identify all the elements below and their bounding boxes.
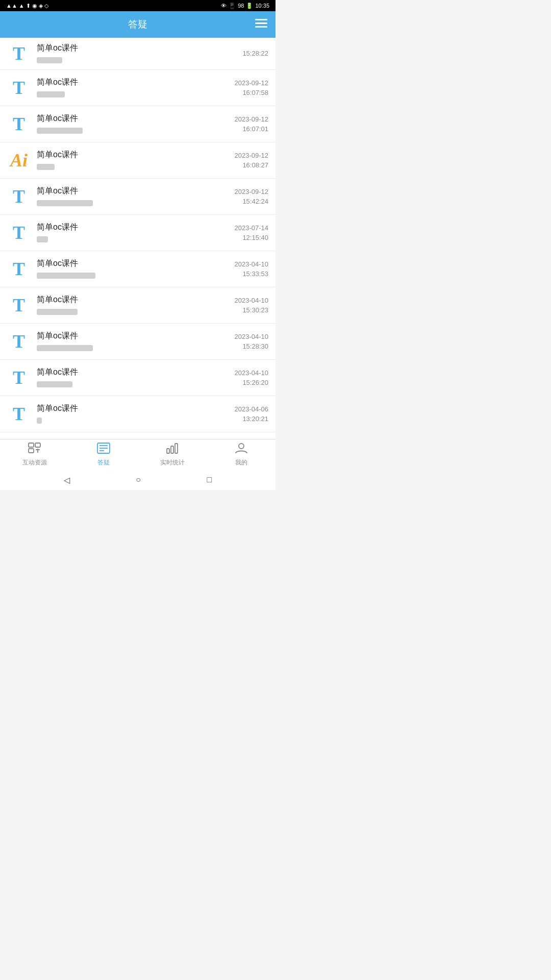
wifi-icon: ▲ [19,3,24,9]
app-icon-1: ◉ [32,3,37,9]
item-content: 简单oc课件 [37,258,231,280]
type-icon-t: T [7,366,31,389]
header: 答疑 [0,11,276,38]
type-icon-t: T [7,330,31,353]
item-title: 简单oc课件 [37,222,231,233]
item-title: 简单oc课件 [37,367,231,378]
nav-item-dayi[interactable]: 答疑 [69,439,138,470]
item-title: 简单oc课件 [37,331,231,341]
type-icon-t: T [7,293,31,317]
item-subtitle-blur [37,381,72,387]
list-item[interactable]: T 简单oc课件 2023-04-10 15:28:30 [0,324,276,360]
item-date: 2023-09-12 [235,78,269,88]
item-time-val: 13:20:21 [235,414,269,424]
dayi-icon [97,443,110,457]
clock: 10:35 [255,3,269,9]
nav-item-hudong[interactable]: 互动资源 [0,439,69,470]
item-datetime: 2023-09-12 16:08:27 [235,151,269,170]
list-item[interactable]: T 简单oc课件 2023-04-10 15:30:23 [0,287,276,324]
item-content: 简单oc课件 [37,77,231,99]
item-time-val: 15:26:20 [235,378,269,388]
item-datetime: 2023-04-10 15:26:20 [235,368,269,388]
app-icon-3: ◇ [44,3,48,9]
usb-icon: ⬆ [26,3,31,9]
item-subtitle-blur [37,236,48,242]
nav-label-dayi: 答疑 [97,458,110,467]
wo-icon [235,443,248,457]
item-datetime: 2023-09-12 16:07:01 [235,114,269,134]
status-bar: ▲▲ ▲ ⬆ ◉ ◈ ◇ 👁 📱 98 🔋 10:35 [0,0,276,11]
type-icon-ai: Ai [7,149,31,172]
item-time-val: 15:33:53 [235,269,269,279]
item-subtitle-blur [37,164,55,170]
type-icon-t: T [7,221,31,244]
item-date: 2023-04-10 [235,259,269,270]
svg-rect-5 [29,449,34,453]
item-title: 简单oc课件 [37,258,231,269]
item-date: 2023-04-06 [235,404,269,414]
item-time-val: 15:28:30 [235,341,269,352]
list-item[interactable]: T 简单oc课件 2023-04-06 13:20:21 [0,396,276,432]
tongji-icon [166,443,179,457]
home-button[interactable]: ○ [136,475,141,484]
svg-rect-12 [175,444,178,453]
app-icon-2: ◈ [39,3,43,9]
item-title: 简单oc课件 [37,43,238,54]
item-time-val: 12:15:40 [235,233,269,243]
item-datetime: 2023-07-14 12:15:40 [235,223,269,243]
type-icon-t: T [7,76,31,100]
recent-button[interactable]: □ [207,475,212,484]
bottom-nav: 互动资源 答疑 实时统计 我的 [0,439,276,470]
item-subtitle-blur [37,273,95,279]
item-content: 简单oc课件 [37,222,231,244]
item-datetime: 2023-04-10 15:28:30 [235,332,269,352]
item-date: 2023-07-14 [235,223,269,233]
list-item[interactable]: T 简单oc课件 2023-09-12 15:42:24 [0,179,276,215]
status-left: ▲▲ ▲ ⬆ ◉ ◈ ◇ [6,3,48,9]
hudong-icon [28,443,41,457]
svg-rect-4 [35,443,40,447]
type-icon-t: T [7,402,31,426]
system-nav-bar: ◁ ○ □ [0,470,276,490]
battery-level: 98 [238,3,244,9]
item-subtitle-blur [37,200,93,206]
list-item[interactable]: Ai 简单oc课件 2023-09-12 16:08:27 [0,142,276,179]
item-date: 2023-04-10 [235,368,269,378]
svg-rect-2 [255,26,267,28]
back-button[interactable]: ◁ [64,475,70,485]
nav-item-tongji[interactable]: 实时统计 [138,439,207,470]
item-subtitle-blur [37,345,93,351]
item-date: 2023-09-12 [235,187,269,197]
item-time-val: 16:07:01 [235,124,269,134]
item-subtitle-blur [37,57,62,63]
item-datetime: 2023-04-06 13:20:21 [235,404,269,424]
item-title: 简单oc课件 [37,403,231,414]
item-content: 简单oc课件 [37,367,231,389]
nav-item-wo[interactable]: 我的 [207,439,276,470]
list-item[interactable]: T 简单oc课件 2023-04-10 15:26:20 [0,360,276,396]
item-content: 简单oc课件 [37,150,231,172]
list-item[interactable]: T 简单oc课件 2023-04-10 15:33:53 [0,251,276,287]
type-icon-t: T [7,185,31,208]
type-icon-t: T [7,112,31,136]
item-time-val: 15:30:23 [235,305,269,315]
item-content: 简单oc课件 [37,113,231,135]
signal-icon: ▲▲ [6,3,17,9]
menu-button[interactable] [255,19,267,31]
svg-rect-10 [167,449,169,453]
list-item[interactable]: T 简单oc课件 2023-09-12 16:07:01 [0,106,276,142]
list-item[interactable]: T 简单oc课件 15:28:22 [0,38,276,70]
item-content: 简单oc课件 [37,295,231,316]
list-item[interactable]: T 简单oc课件 2023-09-12 16:07:58 [0,70,276,106]
list-item[interactable]: T 简单oc课件 2023-07-14 12:15:40 [0,215,276,251]
svg-point-13 [239,444,244,449]
nav-label-tongji: 实时统计 [160,458,185,467]
item-content: 简单oc课件 [37,331,231,353]
item-time-val: 16:07:58 [235,88,269,98]
item-subtitle-blur [37,309,78,315]
phone-icon: 📱 [229,3,236,9]
item-datetime: 15:28:22 [242,48,268,59]
item-title: 简单oc课件 [37,186,231,197]
item-subtitle-blur [37,91,65,97]
item-datetime: 2023-04-10 15:33:53 [235,259,269,279]
